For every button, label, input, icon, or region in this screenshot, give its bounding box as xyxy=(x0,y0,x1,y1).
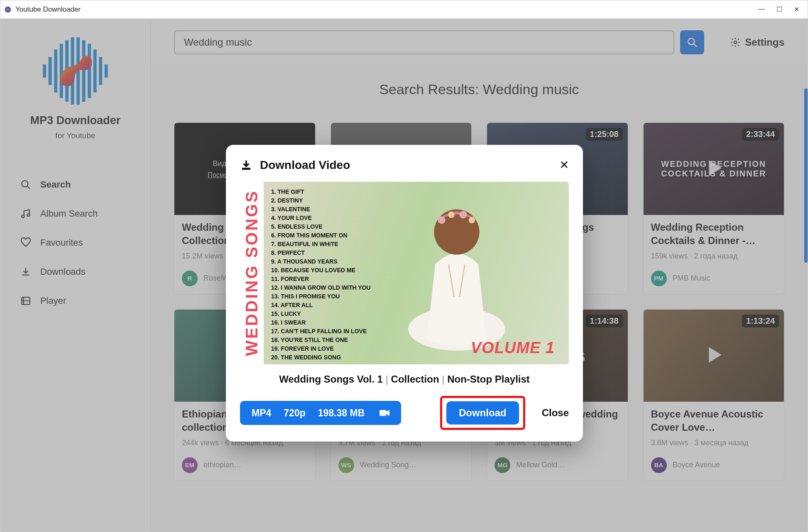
maximize-button[interactable]: ☐ xyxy=(776,5,782,13)
svg-point-22 xyxy=(434,209,479,254)
svg-point-24 xyxy=(448,212,455,218)
format-label: MP4 xyxy=(252,408,271,419)
svg-point-1 xyxy=(6,7,10,11)
svg-point-26 xyxy=(469,217,475,224)
download-icon xyxy=(240,159,252,171)
minimize-button[interactable]: — xyxy=(758,5,765,13)
size-label: 198.38 MB xyxy=(318,408,365,419)
image-side-label: WEDDING SONGS xyxy=(240,182,264,364)
modal-preview-image: WEDDING SONGS 1. THE GIFT2. DESTINY3. VA… xyxy=(240,182,569,364)
app-window: Youtube Downloader — ☐ ✕ xyxy=(0,0,808,532)
modal-close-button[interactable]: ✕ xyxy=(559,158,569,172)
quality-label: 720p xyxy=(284,408,305,419)
image-volume-label: VOLUME 1 xyxy=(471,339,555,357)
app-body: MP3 Downloader for Youtube Search Album … xyxy=(0,19,808,532)
modal-subtitle: Wedding Songs Vol. 1 | Collection | Non-… xyxy=(240,373,569,385)
titlebar-title: Youtube Downloader xyxy=(15,5,758,14)
close-link[interactable]: Close xyxy=(542,407,569,419)
svg-point-25 xyxy=(460,211,467,218)
titlebar: Youtube Downloader — ☐ ✕ xyxy=(0,0,808,19)
svg-point-23 xyxy=(438,216,446,224)
video-camera-icon xyxy=(380,409,389,417)
svg-rect-20 xyxy=(242,168,250,170)
close-window-button[interactable]: ✕ xyxy=(794,5,799,13)
modal-title: Download Video xyxy=(260,159,350,172)
download-button-highlight: Download xyxy=(440,396,525,430)
download-button[interactable]: Download xyxy=(446,401,519,425)
bride-illustration xyxy=(403,187,511,353)
svg-rect-27 xyxy=(380,410,386,416)
download-modal: Download Video ✕ WEDDING SONGS 1. THE GI… xyxy=(226,145,583,442)
format-selector-button[interactable]: MP4 720p 198.38 MB xyxy=(240,401,401,425)
window-controls: — ☐ ✕ xyxy=(758,5,804,13)
app-logo-icon xyxy=(4,5,12,14)
